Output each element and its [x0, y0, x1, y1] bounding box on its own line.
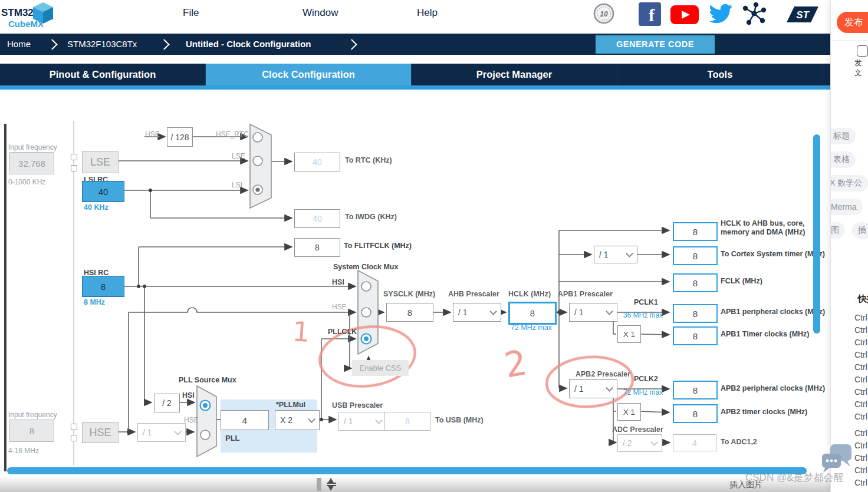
- shortcut-row: Ctrl: [854, 362, 867, 372]
- tab-project-manager[interactable]: Project Manager: [412, 64, 617, 85]
- horizontal-scrollbar[interactable]: [7, 467, 807, 474]
- hse-rtc-wire-label: HSE_RTC: [216, 130, 249, 138]
- to-usb-value-field[interactable]: 8: [384, 412, 430, 431]
- apb2-peripheral-value-field[interactable]: 8: [673, 381, 718, 399]
- apb1-peripheral-value-field[interactable]: 8: [673, 304, 718, 323]
- divider: [831, 40, 868, 41]
- radio-pll-hse[interactable]: [200, 430, 210, 440]
- pill-mermaid[interactable]: Merma: [830, 199, 863, 215]
- app-window: STM32 CubeMX File Window Help 10 f ST: [0, 0, 868, 492]
- to-iwdg-value-field[interactable]: 40: [294, 209, 340, 228]
- mini-scrollbar-thumb[interactable]: [317, 478, 321, 491]
- cortex-timer-value-field[interactable]: 8: [673, 246, 718, 265]
- apb2-peripheral-label: APB2 peripheral clocks (MHz): [721, 384, 825, 392]
- to-usb-label: To USB (MHz): [435, 416, 484, 424]
- to-rtc-value-field[interactable]: 40: [294, 153, 340, 171]
- pll-hse-prescaler-dropdown[interactable]: / 1: [137, 423, 186, 442]
- chevron-down-icon: [174, 428, 182, 435]
- hsi-rc-block[interactable]: 8: [82, 276, 124, 297]
- pclk2-max-label: 72 MHz max: [623, 388, 663, 397]
- fclk-value-field[interactable]: 8: [673, 273, 718, 292]
- pclk1-max-label: 36 MHz max: [623, 311, 663, 319]
- st-logo-icon[interactable]: ST: [778, 2, 821, 27]
- apb2-prescaler-label: APB2 Prescaler: [576, 370, 630, 378]
- cube-icon: [32, 1, 54, 26]
- hse-input-frequency-field[interactable]: 8: [9, 420, 54, 442]
- breadcrumb-mcu[interactable]: STM32F103C8Tx: [67, 39, 137, 49]
- tab-clock-configuration[interactable]: Clock Configuration: [206, 64, 412, 85]
- ahb-prescaler-dropdown[interactable]: / 1: [453, 303, 501, 322]
- radio-sys-hsi[interactable]: [361, 282, 371, 291]
- lse-input-frequency-field[interactable]: 32.768: [9, 152, 54, 174]
- apb1-timer-label: APB1 Timer clocks (MHz): [721, 330, 810, 338]
- tab-tools[interactable]: Tools: [617, 64, 823, 85]
- to-adc-value-field[interactable]: 4: [673, 434, 716, 451]
- hclk-value-field[interactable]: 8: [508, 302, 557, 325]
- radio-lse[interactable]: [253, 156, 262, 166]
- row-resize-icon[interactable]: [325, 478, 338, 491]
- post-button[interactable]: 发文: [854, 58, 868, 78]
- tab-pinout-configuration[interactable]: Pinout & Configuration: [0, 64, 206, 85]
- to-iwdg-label: To IWDG (KHz): [345, 213, 397, 221]
- pill-math-formula[interactable]: X 数学公: [830, 175, 868, 191]
- apb2-timer-value-field[interactable]: 8: [673, 404, 718, 423]
- rtc-div128-box: / 128: [167, 127, 193, 147]
- pill-table[interactable]: 表格: [830, 151, 856, 168]
- hclk-ahb-value-field[interactable]: 8: [673, 222, 718, 241]
- to-flitfclk-value-field[interactable]: 8: [294, 238, 340, 257]
- pll-div2-box: / 2: [154, 394, 180, 412]
- sysclk-value-field[interactable]: 8: [386, 303, 433, 322]
- chevron-down-icon: [626, 250, 633, 257]
- svg-text:10: 10: [600, 10, 608, 18]
- right-side-panel: 发布 发文 标题 表格 X 数学公 Merma 图 插 快捷 Ctrl Ctrl…: [830, 0, 868, 492]
- svg-text:f: f: [649, 5, 655, 25]
- youtube-icon[interactable]: [670, 5, 699, 24]
- publish-button[interactable]: 发布: [837, 12, 868, 33]
- apb2-prescaler-dropdown[interactable]: / 1: [569, 379, 617, 398]
- apb1-prescaler-dropdown[interactable]: / 1: [569, 303, 617, 322]
- radio-hse-rtc[interactable]: [253, 133, 262, 142]
- to-rtc-label: To RTC (KHz): [345, 156, 392, 164]
- lse-block[interactable]: LSE: [82, 151, 119, 173]
- network-share-icon[interactable]: [742, 2, 767, 26]
- lsi-wire-label: LSI: [232, 181, 242, 189]
- to-adc-label: To ADC1,2: [721, 438, 757, 446]
- apb1-prescaler-label: APB1 Prescaler: [558, 290, 613, 298]
- pin-connector: [71, 424, 77, 430]
- cortex-prescaler-dropdown[interactable]: / 1: [594, 246, 637, 263]
- usb-prescaler-dropdown[interactable]: / 1: [338, 412, 387, 431]
- generate-code-button[interactable]: GENERATE CODE: [596, 35, 715, 54]
- shortcut-row: Ctrl: [854, 453, 867, 463]
- tab-underline: [0, 85, 830, 90]
- pill-heading[interactable]: 标题: [830, 128, 856, 144]
- twitter-icon[interactable]: [706, 2, 735, 26]
- radio-sys-hse[interactable]: [361, 308, 371, 317]
- input-frequency-label: Input frequency: [8, 411, 57, 419]
- chevron-down-icon: [650, 438, 658, 446]
- facebook-icon[interactable]: f: [639, 2, 661, 26]
- pill-insert[interactable]: 插: [852, 222, 868, 239]
- apb1-timer-multiplier-box: X 1: [617, 325, 641, 343]
- hse-block[interactable]: HSE: [82, 422, 119, 443]
- hse-wire-label: HSE: [145, 130, 160, 138]
- menu-help[interactable]: Help: [417, 7, 438, 19]
- apb1-timer-value-field[interactable]: 8: [673, 326, 718, 345]
- chat-bubbles-icon[interactable]: [821, 443, 854, 475]
- menu-window[interactable]: Window: [303, 7, 338, 19]
- enable-css-button[interactable]: Enable CSS: [352, 360, 409, 376]
- menu-file[interactable]: File: [183, 7, 199, 19]
- shortcut-row: Ctrl: [854, 412, 867, 421]
- vertical-scrollbar[interactable]: [813, 134, 820, 333]
- pill-diagram[interactable]: 图: [830, 222, 845, 239]
- apb1-peripheral-label: APB1 peripheral clocks (MHz): [721, 308, 825, 316]
- to-flitfclk-label: To FLITFCLK (MHz): [344, 242, 412, 250]
- chevron-down-icon: [308, 415, 315, 423]
- adc-prescaler-dropdown[interactable]: / 2: [617, 434, 662, 452]
- lse-wire-label: LSE: [232, 152, 245, 160]
- lsi-rc-block[interactable]: 40: [82, 181, 124, 202]
- pllmul-label: *PLLMul: [276, 401, 305, 409]
- pllclk-wire-label: PLLCLK: [328, 328, 357, 336]
- pllmul-dropdown[interactable]: X 2: [275, 410, 320, 430]
- pclk1-label: PCLK1: [634, 298, 658, 306]
- breadcrumb-home[interactable]: Home: [7, 39, 31, 49]
